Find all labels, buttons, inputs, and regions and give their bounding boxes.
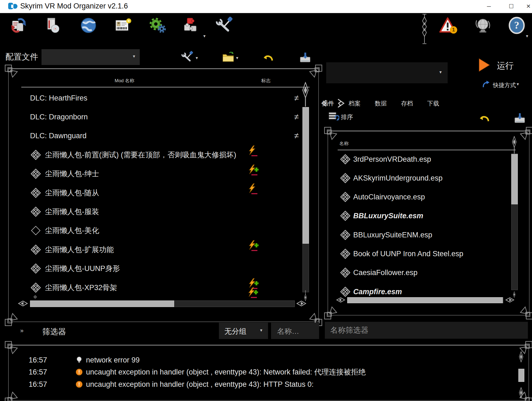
mod-list-row[interactable]: 尘雨懒人包-扩展功能 — [9, 240, 318, 259]
plugin-checkbox-checked-icon[interactable] — [340, 211, 350, 221]
tab-item[interactable]: 下载 — [421, 99, 445, 108]
mod-list-row[interactable]: 尘雨懒人包-UUNP身形 — [9, 259, 318, 278]
mod-column-flags[interactable]: 标志 — [261, 78, 271, 84]
mod-checkbox-checked-icon[interactable] — [31, 244, 41, 255]
ornate-corner-icon — [324, 126, 340, 142]
mod-name: 尘雨懒人包-XP32骨架 — [45, 283, 117, 293]
folder-dropdown-arrow[interactable]: ▼ — [235, 56, 239, 60]
scroll-right-ornament-icon[interactable] — [504, 297, 515, 303]
scroll-right-ornament-icon[interactable] — [295, 300, 307, 307]
plugins-menu-dropdown-arrow[interactable]: ▼ — [203, 34, 206, 38]
shortcut-dropdown-arrow[interactable]: ▼ — [516, 82, 520, 86]
name-filter-button[interactable]: 名称… — [271, 323, 319, 339]
scroll-left-ornament-icon[interactable] — [336, 297, 347, 303]
plugin-row[interactable]: BBLuxurySuite.esm — [328, 207, 515, 225]
plugin-row[interactable]: CaesiaFollower.esp — [328, 263, 515, 282]
tab-item[interactable]: 数据 — [368, 99, 393, 108]
mod-column-name[interactable]: Mod 名称 — [115, 78, 134, 84]
mod-checkbox-unchecked-icon[interactable] — [31, 225, 41, 236]
scroll-down-ornament-icon[interactable] — [302, 290, 309, 301]
refresh-icon[interactable] — [10, 16, 28, 35]
mod-checkbox-checked-icon[interactable] — [31, 188, 41, 198]
scroll-down-ornament-icon[interactable] — [518, 381, 525, 398]
plugin-checkbox-checked-icon[interactable] — [340, 287, 350, 297]
plugin-checkbox-checked-icon[interactable] — [340, 192, 350, 202]
ornate-corner-icon — [324, 304, 340, 320]
mod-checkbox-checked-icon[interactable] — [31, 282, 41, 293]
plugin-name: BBLuxurySuite.esm — [353, 212, 423, 220]
busy-chain-icon[interactable] — [421, 14, 428, 44]
help-dropdown-arrow[interactable]: ▼ — [525, 34, 529, 38]
mod-vscroll-handle[interactable] — [302, 107, 309, 244]
mod-list-row[interactable]: 尘雨懒人包-XP32骨架 — [9, 278, 318, 297]
profile-tools-button[interactable] — [181, 51, 194, 63]
minimize-button[interactable]: ─ — [480, 0, 497, 13]
browse-nexus-icon[interactable] — [79, 16, 97, 35]
undo-button[interactable] — [262, 52, 275, 64]
filter-expander[interactable]: » — [20, 327, 23, 334]
plugin-row[interactable]: AutoClairvoyance.esp — [328, 188, 515, 207]
plugin-checkbox-checked-icon[interactable] — [340, 173, 350, 183]
profile-tools-dropdown-arrow[interactable]: ▼ — [195, 56, 199, 60]
plugin-checkbox-checked-icon[interactable] — [340, 267, 350, 278]
mod-list-row[interactable]: DLC: Dawnguard≠ — [9, 126, 318, 145]
plugin-save-button[interactable] — [513, 112, 526, 125]
plugin-checkbox-checked-icon[interactable] — [340, 154, 350, 164]
mod-list-row[interactable]: 尘雨懒人包-绅士 — [9, 164, 318, 183]
scroll-left-ornament-icon[interactable] — [17, 300, 29, 307]
scroll-up-ornament-icon[interactable] — [302, 82, 309, 107]
svg-text:?: ? — [514, 20, 519, 31]
mod-list-row[interactable]: 尘雨懒人包-美化 — [9, 221, 318, 240]
shortcut-button[interactable]: 快捷方式 — [493, 81, 516, 89]
scroll-down-ornament-icon[interactable] — [511, 288, 518, 298]
mod-list-row[interactable]: 尘雨懒人包-前置(测试) (需要在顶部，否则吸血鬼大修损坏) — [9, 145, 318, 164]
mod-list-row[interactable]: DLC: Dragonborn≠ — [9, 107, 318, 126]
mod-checkbox-checked-icon[interactable] — [31, 169, 41, 179]
mod-checkbox-checked-icon[interactable] — [31, 150, 41, 160]
plugin-row[interactable]: BBLuxurySuiteENM.esp — [328, 225, 515, 244]
scroll-up-ornament-icon[interactable] — [518, 351, 525, 368]
plugin-hscroll-handle[interactable] — [347, 297, 503, 303]
plugin-column-name[interactable]: 名称 — [339, 140, 349, 147]
check-updates-icon[interactable] — [474, 16, 492, 35]
mod-name: 尘雨懒人包-前置(测试) (需要在顶部，否则吸血鬼大修损坏) — [45, 150, 236, 160]
sort-button[interactable]: 排序 — [328, 111, 367, 122]
settings-icon[interactable] — [148, 16, 167, 35]
tab-item[interactable]: 档案 — [342, 99, 367, 108]
run-play-icon[interactable] — [477, 57, 492, 73]
tools-icon[interactable] — [216, 16, 234, 35]
mod-hscroll-handle[interactable] — [30, 300, 174, 307]
flag-lightning-plus-icon — [247, 164, 259, 176]
mod-list-row[interactable]: 尘雨懒人包-随从 — [9, 183, 318, 202]
plugin-row[interactable]: 3rdPersonVRDeath.esp — [328, 150, 515, 169]
plugin-row[interactable]: AKSkyrimUnderground.esp — [328, 169, 515, 187]
plugin-checkbox-checked-icon[interactable] — [340, 230, 350, 240]
profile-card-icon[interactable] — [114, 16, 132, 35]
mod-list-row[interactable]: DLC: HearthFires≠ — [9, 89, 318, 107]
mod-checkbox-checked-icon[interactable] — [31, 263, 41, 274]
maximize-button[interactable]: ☐ — [503, 0, 520, 13]
mod-checkbox-checked-icon[interactable] — [31, 207, 41, 217]
scroll-up-ornament-icon[interactable] — [511, 136, 518, 154]
log-vscroll-handle[interactable] — [518, 369, 524, 382]
flag-lightning-icon — [247, 145, 259, 157]
run-button[interactable]: 运行 — [497, 60, 514, 72]
tab-plugins[interactable]: 插件 — [319, 99, 337, 108]
executable-select[interactable]: SKSE ▼ — [326, 62, 448, 83]
plugin-checkbox-checked-icon[interactable] — [340, 249, 350, 259]
plugin-row[interactable]: Book of UUNP Iron And Steel.esp — [328, 244, 515, 263]
close-button[interactable]: ✕ — [520, 0, 532, 13]
profile-select[interactable]: Default ▼ — [41, 49, 140, 65]
plugins-menu-icon[interactable] — [181, 16, 199, 35]
group-by-select[interactable]: 无分组 ▼ — [219, 323, 268, 339]
mod-list-row[interactable]: 尘雨懒人包-服装 — [9, 202, 318, 221]
plugin-undo-button[interactable] — [478, 113, 491, 125]
open-folder-button[interactable] — [222, 51, 235, 64]
help-icon[interactable]: ? — [508, 16, 526, 35]
save-list-button[interactable] — [299, 51, 312, 64]
plugin-vscroll-handle[interactable] — [511, 154, 518, 204]
plugin-name-filter-input[interactable] — [325, 322, 528, 339]
tab-item[interactable]: 存档 — [395, 99, 419, 108]
ornate-corner-icon — [4, 311, 20, 326]
install-mod-icon[interactable] — [44, 16, 62, 35]
